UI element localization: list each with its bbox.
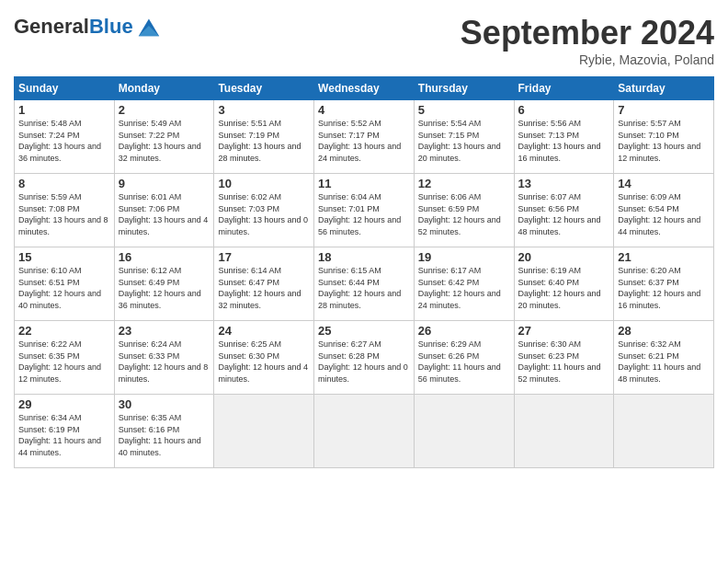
day-number: 2 [119,103,210,117]
day-number: 10 [218,177,310,190]
day-info: Sunrise: 6:02 AMSunset: 7:03 PMDaylight:… [218,191,310,237]
day-cell: 22Sunrise: 6:22 AMSunset: 6:35 PMDayligh… [15,321,115,395]
day-cell: 9Sunrise: 6:01 AMSunset: 7:06 PMDaylight… [114,174,214,247]
day-info: Sunrise: 5:51 AMSunset: 7:19 PMDaylight:… [218,118,310,164]
day-cell: 28Sunrise: 6:32 AMSunset: 6:21 PMDayligh… [614,321,714,395]
col-monday: Monday [114,77,214,100]
day-cell: 1Sunrise: 5:48 AMSunset: 7:24 PMDaylight… [15,100,115,174]
empty-cell [414,395,514,468]
day-cell: 5Sunrise: 5:54 AMSunset: 7:15 PMDaylight… [414,100,514,174]
day-cell: 7Sunrise: 5:57 AMSunset: 7:10 PMDaylight… [614,100,714,174]
day-cell: 2Sunrise: 5:49 AMSunset: 7:22 PMDaylight… [114,100,214,174]
day-number: 29 [18,397,110,411]
day-info: Sunrise: 5:57 AMSunset: 7:10 PMDaylight:… [618,118,710,164]
day-number: 5 [418,103,510,117]
day-cell: 15Sunrise: 6:10 AMSunset: 6:51 PMDayligh… [15,247,115,321]
day-cell: 4Sunrise: 5:52 AMSunset: 7:17 PMDaylight… [314,100,415,174]
day-cell: 8Sunrise: 5:59 AMSunset: 7:08 PMDaylight… [15,174,115,247]
day-number: 30 [119,397,210,411]
day-info: Sunrise: 6:09 AMSunset: 6:54 PMDaylight:… [618,191,710,237]
day-cell: 24Sunrise: 6:25 AMSunset: 6:30 PMDayligh… [214,321,314,395]
day-cell: 14Sunrise: 6:09 AMSunset: 6:54 PMDayligh… [614,174,714,247]
day-number: 16 [119,250,210,264]
day-number: 6 [518,103,610,117]
col-saturday: Saturday [614,77,714,100]
day-number: 12 [418,177,510,190]
day-cell: 12Sunrise: 6:06 AMSunset: 6:59 PMDayligh… [414,174,514,247]
location-subtitle: Rybie, Mazovia, Poland [461,52,714,67]
day-cell: 26Sunrise: 6:29 AMSunset: 6:26 PMDayligh… [414,321,514,395]
day-number: 19 [418,250,510,264]
header: GeneralBlue September 2024 Rybie, Mazovi… [14,14,714,67]
calendar-row: 22Sunrise: 6:22 AMSunset: 6:35 PMDayligh… [15,321,714,395]
day-number: 11 [318,177,410,190]
logo-text: GeneralBlue [14,16,133,38]
day-cell: 29Sunrise: 6:34 AMSunset: 6:19 PMDayligh… [15,395,115,468]
day-cell: 19Sunrise: 6:17 AMSunset: 6:42 PMDayligh… [414,247,514,321]
title-section: September 2024 Rybie, Mazovia, Poland [461,14,714,67]
day-info: Sunrise: 6:17 AMSunset: 6:42 PMDaylight:… [418,265,510,311]
day-number: 14 [618,177,710,190]
day-number: 21 [618,250,710,264]
day-cell: 27Sunrise: 6:30 AMSunset: 6:23 PMDayligh… [514,321,614,395]
day-number: 13 [518,177,610,190]
day-info: Sunrise: 6:35 AMSunset: 6:16 PMDaylight:… [119,412,210,458]
day-info: Sunrise: 5:52 AMSunset: 7:17 PMDaylight:… [318,118,410,164]
day-cell: 16Sunrise: 6:12 AMSunset: 6:49 PMDayligh… [114,247,214,321]
day-info: Sunrise: 6:20 AMSunset: 6:37 PMDaylight:… [618,265,710,311]
day-info: Sunrise: 6:01 AMSunset: 7:06 PMDaylight:… [119,191,210,237]
day-info: Sunrise: 5:59 AMSunset: 7:08 PMDaylight:… [18,191,110,237]
calendar-row: 15Sunrise: 6:10 AMSunset: 6:51 PMDayligh… [15,247,714,321]
day-number: 4 [318,103,410,117]
day-info: Sunrise: 6:27 AMSunset: 6:28 PMDaylight:… [318,339,410,385]
day-info: Sunrise: 6:19 AMSunset: 6:40 PMDaylight:… [518,265,610,311]
day-number: 22 [18,324,110,338]
day-cell: 18Sunrise: 6:15 AMSunset: 6:44 PMDayligh… [314,247,415,321]
day-info: Sunrise: 6:30 AMSunset: 6:23 PMDaylight:… [518,339,610,385]
day-number: 23 [119,324,210,338]
day-info: Sunrise: 6:22 AMSunset: 6:35 PMDaylight:… [18,339,110,385]
day-info: Sunrise: 5:56 AMSunset: 7:13 PMDaylight:… [518,118,610,164]
day-number: 24 [218,324,310,338]
day-cell: 21Sunrise: 6:20 AMSunset: 6:37 PMDayligh… [614,247,714,321]
day-number: 20 [518,250,610,264]
calendar-table: Sunday Monday Tuesday Wednesday Thursday… [14,76,714,468]
day-number: 18 [318,250,410,264]
day-info: Sunrise: 6:06 AMSunset: 6:59 PMDaylight:… [418,191,510,237]
day-info: Sunrise: 6:15 AMSunset: 6:44 PMDaylight:… [318,265,410,311]
calendar-row: 29Sunrise: 6:34 AMSunset: 6:19 PMDayligh… [15,395,714,468]
day-number: 27 [518,324,610,338]
empty-cell [314,395,415,468]
page-container: GeneralBlue September 2024 Rybie, Mazovi… [0,0,728,477]
day-number: 26 [418,324,510,338]
day-info: Sunrise: 6:10 AMSunset: 6:51 PMDaylight:… [18,265,110,311]
day-info: Sunrise: 6:07 AMSunset: 6:56 PMDaylight:… [518,191,610,237]
logo: GeneralBlue [14,14,161,40]
day-info: Sunrise: 6:25 AMSunset: 6:30 PMDaylight:… [218,339,310,385]
day-number: 3 [218,103,310,117]
day-cell: 10Sunrise: 6:02 AMSunset: 7:03 PMDayligh… [214,174,314,247]
day-info: Sunrise: 6:14 AMSunset: 6:47 PMDaylight:… [218,265,310,311]
day-info: Sunrise: 6:32 AMSunset: 6:21 PMDaylight:… [618,339,710,385]
month-title: September 2024 [461,14,714,52]
col-tuesday: Tuesday [214,77,314,100]
day-info: Sunrise: 5:49 AMSunset: 7:22 PMDaylight:… [119,118,210,164]
day-cell: 11Sunrise: 6:04 AMSunset: 7:01 PMDayligh… [314,174,415,247]
col-sunday: Sunday [15,77,115,100]
empty-cell [214,395,314,468]
day-cell: 13Sunrise: 6:07 AMSunset: 6:56 PMDayligh… [514,174,614,247]
day-info: Sunrise: 5:48 AMSunset: 7:24 PMDaylight:… [18,118,110,164]
calendar-row: 1Sunrise: 5:48 AMSunset: 7:24 PMDaylight… [15,100,714,174]
logo-icon [135,14,161,40]
day-cell: 30Sunrise: 6:35 AMSunset: 6:16 PMDayligh… [114,395,214,468]
day-info: Sunrise: 6:29 AMSunset: 6:26 PMDaylight:… [418,339,510,385]
day-number: 7 [618,103,710,117]
day-number: 17 [218,250,310,264]
empty-cell [614,395,714,468]
day-cell: 6Sunrise: 5:56 AMSunset: 7:13 PMDaylight… [514,100,614,174]
day-cell: 20Sunrise: 6:19 AMSunset: 6:40 PMDayligh… [514,247,614,321]
day-info: Sunrise: 6:12 AMSunset: 6:49 PMDaylight:… [119,265,210,311]
day-cell: 3Sunrise: 5:51 AMSunset: 7:19 PMDaylight… [214,100,314,174]
day-cell: 17Sunrise: 6:14 AMSunset: 6:47 PMDayligh… [214,247,314,321]
day-number: 28 [618,324,710,338]
